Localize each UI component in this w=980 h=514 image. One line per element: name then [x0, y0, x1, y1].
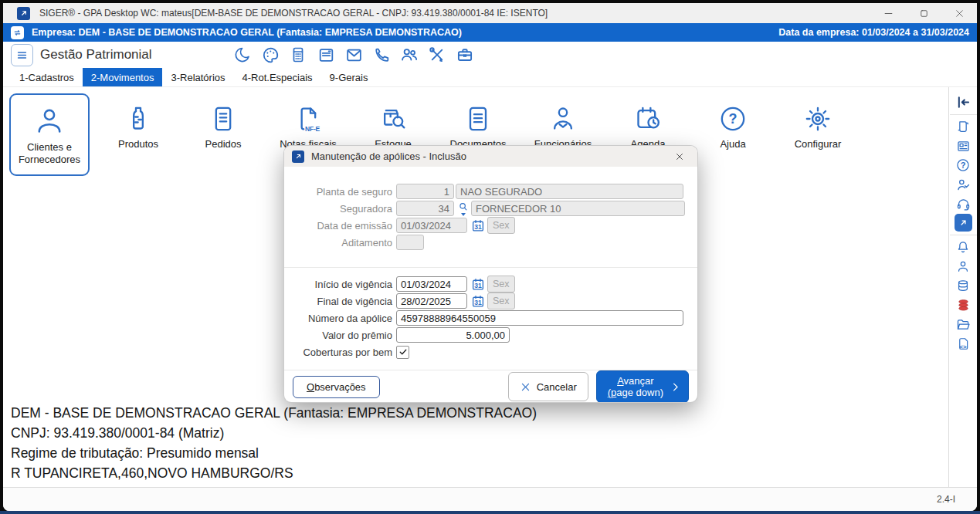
- hamburger-menu-button[interactable]: [11, 44, 33, 66]
- maximize-button[interactable]: [906, 3, 941, 23]
- valor-premio-field[interactable]: [396, 327, 510, 343]
- observacoes-label: Observações: [307, 381, 366, 393]
- aditamento-field: [396, 235, 424, 250]
- dark-mode-moon-icon[interactable]: [232, 45, 253, 66]
- window-title: SIGER® - GPA Desktop WC: mateus[DEM-BASE…: [39, 8, 548, 19]
- coberturas-label: Coberturas por bem: [284, 347, 396, 358]
- folder-open-icon[interactable]: [954, 315, 972, 333]
- calculator-icon[interactable]: [288, 45, 309, 66]
- minimize-button[interactable]: [870, 3, 906, 23]
- active-module-icon[interactable]: [955, 214, 972, 232]
- theme-palette-icon[interactable]: [260, 45, 281, 66]
- field-row-coberturas: Coberturas por bem: [284, 343, 697, 360]
- field-row-aditamento: Aditamento: [284, 234, 697, 251]
- headset-support-icon[interactable]: [954, 194, 972, 213]
- field-row-planta: Planta de seguro: [284, 183, 697, 200]
- observacoes-button[interactable]: Observações: [293, 376, 380, 398]
- tab-rot-especiais[interactable]: 4-Rot.Especiais: [234, 68, 321, 86]
- calendar-clock-icon: [632, 101, 663, 137]
- content-area: Clientes e Fornecedores Produtos Pedidos: [3, 87, 948, 487]
- right-sidebar: ?: [948, 87, 977, 487]
- toolbar-item-agenda[interactable]: Agenda: [605, 93, 690, 150]
- tools-icon[interactable]: [427, 45, 448, 66]
- toolbar-item-estoque[interactable]: Estoque: [351, 93, 436, 150]
- app-window: SIGER® - GPA Desktop WC: mateus[DEM-BASE…: [0, 0, 980, 514]
- toolbar-item-label: Configurar: [795, 138, 842, 150]
- users-icon[interactable]: [399, 45, 420, 66]
- final-date-field[interactable]: [396, 293, 467, 309]
- toolbar-item-label: Ajuda: [720, 138, 745, 150]
- window-bottom-edge: [0, 511, 980, 514]
- tab-movimentos[interactable]: 2-Movimentos: [83, 68, 163, 86]
- advance-button[interactable]: Avançar (page down): [596, 370, 689, 402]
- coberturas-checkbox[interactable]: [396, 346, 409, 359]
- mail-envelope-icon[interactable]: [344, 45, 365, 66]
- user-icon[interactable]: [954, 257, 972, 276]
- company-bar: Empresa: DEM - BASE DE DEMONSTRACAO GERA…: [3, 23, 977, 42]
- cancel-x-icon: [520, 381, 531, 393]
- field-row-inicio: Início de vigência 31 Sex: [284, 276, 697, 293]
- nfe-document-icon: NF-E: [293, 101, 324, 137]
- tab-label: 1-Cadastros: [19, 72, 74, 83]
- toolbox-icon[interactable]: [455, 45, 476, 66]
- order-document-icon: [208, 101, 239, 137]
- sidebar-divider: [950, 235, 977, 235]
- cancel-label: Cancelar: [537, 381, 577, 393]
- advance-label: Avançar: [608, 375, 663, 387]
- inicio-date-field[interactable]: [396, 276, 467, 292]
- tab-cadastros[interactable]: 1-Cadastros: [11, 68, 83, 86]
- search-icon: [457, 201, 470, 216]
- calendar-day-glyph: 31: [471, 299, 485, 306]
- seguradora-code-field: [396, 201, 454, 216]
- help-circle-icon[interactable]: ?: [954, 156, 972, 174]
- seguradora-name-field: [471, 201, 685, 216]
- dialog-icon: [292, 150, 304, 163]
- title-bar: SIGER® - GPA Desktop WC: mateus[DEM-BASE…: [3, 3, 977, 23]
- toolbar-item-ajuda[interactable]: ? Ajuda: [690, 93, 775, 150]
- employee-icon: [548, 101, 578, 137]
- toolbar-item-notas-fiscais[interactable]: NF-E Notas fiscais: [266, 93, 351, 150]
- toolbar-item-configurar[interactable]: Configurar: [775, 93, 860, 150]
- dialog-close-icon[interactable]: [670, 146, 690, 167]
- calendar-icon: 31: [471, 218, 485, 233]
- chevron-right-icon: [670, 381, 681, 393]
- toolbar-item-pedidos[interactable]: Pedidos: [181, 93, 266, 150]
- database-icon[interactable]: [954, 276, 972, 295]
- inicio-label: Início de vigência: [284, 279, 396, 290]
- switch-company-icon[interactable]: [11, 26, 24, 39]
- user-check-icon[interactable]: [954, 175, 972, 194]
- help-icon: ?: [717, 101, 748, 137]
- field-row-valor: Valor do prêmio: [284, 326, 697, 343]
- collapse-sidebar-icon[interactable]: [954, 93, 972, 111]
- notifications-bell-icon[interactable]: [954, 238, 972, 256]
- company-bar-label: Empresa: DEM - BASE DE DEMONSTRACAO GERA…: [32, 27, 462, 38]
- phone-icon[interactable]: [371, 45, 392, 66]
- tab-bar: 1-Cadastros 2-Movimentos 3-Relatórios 4-…: [3, 68, 977, 86]
- tab-relatorios[interactable]: 3-Relatórios: [162, 68, 233, 86]
- calendar-icon[interactable]: 31: [471, 277, 485, 292]
- close-button[interactable]: [941, 3, 977, 23]
- tab-gerais[interactable]: 9-Gerais: [321, 68, 377, 86]
- scroll-note-icon[interactable]: [954, 117, 972, 136]
- toolbar-item-funcionarios[interactable]: Funcionários: [521, 93, 605, 150]
- red-coins-icon[interactable]: [954, 296, 972, 314]
- toolbar-item-documentos[interactable]: Documentos: [436, 93, 521, 150]
- tab-label: 2-Movimentos: [91, 72, 154, 83]
- toolbar-item-produtos[interactable]: Produtos: [96, 93, 181, 150]
- chevron-down-icon: [461, 213, 466, 216]
- cancel-button[interactable]: Cancelar: [508, 372, 588, 401]
- company-info-line: CNPJ: 93.419.380/0001-84 (Matriz): [11, 423, 537, 443]
- toolbar-item-clientes-fornecedores[interactable]: Clientes e Fornecedores: [9, 93, 90, 176]
- code-file-icon[interactable]: <>: [954, 334, 972, 353]
- news-journal-icon[interactable]: [954, 137, 972, 155]
- memo-card-icon[interactable]: [316, 45, 337, 66]
- bottle-icon: [123, 101, 154, 137]
- status-bar: 2.4-I: [3, 487, 977, 511]
- numero-apolice-field[interactable]: [396, 310, 683, 326]
- module-title: Gestão Patrimonial: [40, 47, 152, 63]
- dialog-separator: [284, 267, 697, 268]
- calendar-icon[interactable]: 31: [471, 294, 485, 309]
- field-row-numero: Número da apólice: [284, 309, 697, 326]
- field-row-emissao: Data de emissão 31 Sex: [284, 217, 697, 234]
- company-info-line: Regime de tributação: Presumido mensal: [11, 443, 537, 463]
